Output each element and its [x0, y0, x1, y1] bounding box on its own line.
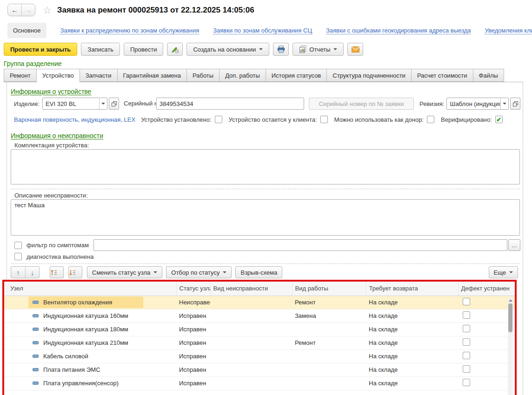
device-stays-checkbox[interactable] [320, 116, 328, 123]
sort-descending-button[interactable] [68, 266, 82, 278]
table-row[interactable]: Индукционная катушка 180мм Исправен На с… [4, 323, 515, 336]
table-row[interactable]: Индукционная катушка 160мм Исправен Заме… [4, 309, 515, 323]
equipment-textarea[interactable] [11, 149, 520, 184]
separator [11, 263, 520, 264]
donor-checkbox[interactable] [427, 116, 434, 123]
column-header-fault-type[interactable]: Вид неисправности [210, 282, 292, 296]
chevron-down-icon[interactable] [99, 98, 107, 109]
fault-description-label: Описание неисправности: [14, 192, 88, 199]
post-button[interactable]: Провести [124, 43, 164, 56]
revision-open-button[interactable] [510, 98, 520, 110]
diagnostics-done-label: диагностика выполнена [27, 253, 93, 260]
tab-repair[interactable]: Ремонт [4, 69, 37, 82]
tab-cost-calc[interactable]: Расчет стоимости [411, 69, 473, 82]
tab-files[interactable]: Файлы [473, 69, 504, 82]
node-fault-type [210, 323, 292, 336]
nav-link-geocoding-errors[interactable]: Заявки с ошибками геокодирования адреса … [326, 27, 471, 34]
scrollbar-thumb[interactable] [508, 303, 512, 332]
row-marker-icon [33, 368, 39, 371]
table-row[interactable]: Кабель силовой Исправен На складе [4, 349, 515, 363]
nav-link-client-notifications[interactable]: Уведомления клиентам о и [485, 27, 532, 34]
node-status: Исправен [176, 336, 210, 349]
scroll-up-icon[interactable] [508, 297, 513, 303]
nodes-table-body: Вентилятор охлаждения Неисправен Ремонт … [4, 296, 515, 390]
column-header-node[interactable]: Узел [4, 282, 176, 296]
nav-item-main[interactable]: Основное [7, 23, 47, 38]
post-document-button[interactable] [167, 43, 183, 56]
more-button[interactable]: Еще [489, 266, 518, 278]
table-row[interactable]: Плата управления(сенсор) Исправен На скл… [4, 376, 515, 390]
product-open-button[interactable] [109, 98, 119, 110]
tab-device[interactable]: Устройство [36, 69, 80, 82]
forward-button[interactable]: → [21, 4, 35, 16]
defect-fixed-checkbox[interactable] [463, 311, 470, 319]
table-row[interactable]: Плата питания ЭМС Исправен На складе [4, 363, 515, 376]
node-fault-type [210, 349, 292, 363]
tab-works[interactable]: Работы [186, 69, 219, 82]
nav-link-service-zones[interactable]: Заявки по зонам обслуживания СЦ [213, 27, 312, 34]
device-info-section-title[interactable]: Информация о устройстве [11, 88, 91, 95]
tab-spares[interactable]: Запчасти [80, 69, 118, 82]
nav-link-distribution-zones[interactable]: Заявки к распределению по зонам обслужив… [60, 27, 200, 34]
revision-combo[interactable]: Шаблон (индукционная [446, 98, 509, 110]
node-fault-type [210, 309, 292, 323]
node-return-state: На складе [366, 376, 458, 390]
checkbox-group-donor: Можно использовать как донор: [334, 116, 435, 123]
favorite-star-icon[interactable]: ☆ [43, 5, 52, 15]
tab-warranty-replacement[interactable]: Гарантийная замена [117, 69, 187, 82]
diagnostics-row: диагностика выполнена [14, 253, 93, 260]
table-row[interactable]: Вентилятор охлаждения Неисправен Ремонт … [4, 296, 515, 309]
tab-subordination[interactable]: Структура подчиненности [326, 69, 412, 82]
print-button[interactable] [273, 43, 289, 56]
move-up-button[interactable]: ↑ [11, 267, 25, 278]
table-row[interactable]: Индукционная катушка 210мм Исправен Ремо… [4, 336, 515, 349]
tab-status-history[interactable]: История статусов [266, 69, 327, 82]
product-type-link[interactable]: Варочная поверхность, индукционная, LEX [14, 116, 135, 123]
save-button[interactable]: Записать [81, 43, 120, 56]
device-installed-checkbox[interactable] [215, 116, 222, 123]
verified-checkbox[interactable] [495, 116, 503, 123]
chevron-down-icon[interactable] [500, 98, 508, 109]
report-doc-icon [299, 46, 306, 53]
fault-info-section-title[interactable]: Информация о неисправности [11, 132, 103, 139]
symptom-filter-ellipsis-button[interactable]: ... [508, 239, 520, 251]
change-node-status-button[interactable]: Сменить статус узла [87, 266, 162, 278]
mail-button[interactable] [347, 43, 363, 56]
sort-ascending-button[interactable] [50, 266, 64, 278]
column-header-return[interactable]: Требует возврата [366, 282, 458, 296]
symptom-filter-checkbox[interactable] [14, 242, 22, 249]
move-down-button[interactable]: ↓ [25, 267, 39, 278]
explode-scheme-button[interactable]: Взрыв-схема [235, 266, 282, 278]
filter-by-status-button[interactable]: Отбор по статусу [166, 266, 232, 278]
node-return-state: На складе [366, 336, 458, 349]
diagnostics-done-checkbox[interactable] [14, 253, 22, 260]
node-return-state: На складе [366, 349, 458, 363]
defect-fixed-checkbox[interactable] [463, 338, 470, 346]
defect-fixed-checkbox[interactable] [463, 365, 470, 373]
defect-fixed-checkbox[interactable] [463, 352, 470, 359]
column-header-defect-fixed[interactable]: Дефект устранен [458, 282, 515, 296]
column-header-status[interactable]: Статус узла [176, 282, 210, 296]
defect-fixed-checkbox[interactable] [463, 325, 470, 332]
separation-group-link[interactable]: Группа разделение [4, 60, 62, 67]
table-scrollbar[interactable] [508, 297, 513, 395]
column-header-work-type[interactable]: Вид работы [292, 282, 366, 296]
product-combo[interactable]: EVI 320 BL [42, 98, 107, 110]
chevron-down-icon [509, 271, 513, 275]
arrow-up-icon: ↑ [16, 269, 20, 276]
node-name: Кабель силовой [43, 353, 88, 360]
defect-fixed-checkbox[interactable] [463, 379, 470, 386]
post-and-close-button[interactable]: Провести и закрыть [4, 43, 77, 56]
back-button[interactable]: ← [8, 4, 21, 16]
checkbox-group-verified: Верифицировано: [441, 116, 503, 123]
fault-description-textarea[interactable]: тест Маша [11, 199, 520, 236]
serial-input[interactable]: 3849534534 [156, 98, 304, 110]
node-work-type: Ремонт [292, 336, 366, 349]
defect-fixed-checkbox[interactable] [463, 298, 470, 305]
checkbox-group-stays-with-client: Устройство остается у клиента: [229, 116, 328, 123]
row-marker-icon [33, 328, 39, 331]
symptom-filter-input[interactable] [93, 239, 507, 251]
tab-extra-works[interactable]: Доп. работы [219, 69, 266, 82]
reports-button[interactable]: Отчеты [293, 43, 344, 56]
create-based-on-button[interactable]: Создать на основании [186, 43, 269, 56]
